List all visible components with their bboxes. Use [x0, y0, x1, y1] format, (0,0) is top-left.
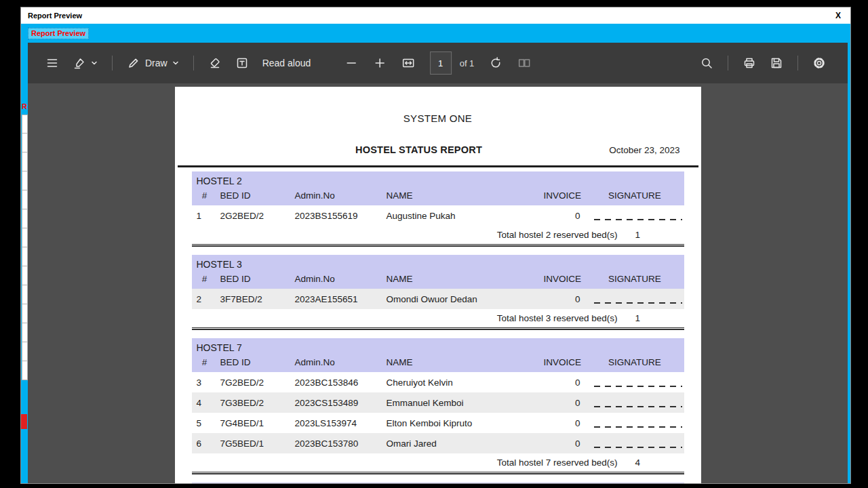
- report-group: HOSTEL 10#BED IDAdmin.NoNAMEINVOICESIGNA…: [192, 483, 684, 483]
- hostel-name-label: HOSTEL 3: [192, 255, 684, 270]
- cell-num: 4: [192, 398, 218, 408]
- toolbar-left-group: Draw Read aloud: [40, 52, 316, 75]
- add-text-button[interactable]: [230, 52, 254, 75]
- table-row: 57G4BED/12023LS153974Elton Kemboi Kiprut…: [192, 413, 684, 433]
- grid-cell: [22, 304, 28, 323]
- cell-bed: 7G4BED/1: [218, 418, 292, 428]
- erase-button[interactable]: [203, 52, 227, 75]
- table-of-contents-button[interactable]: [40, 52, 64, 75]
- printer-icon: [743, 56, 756, 70]
- report-preview-window: Report Preview X Report Preview R: [20, 7, 851, 484]
- background-form-sliver: R: [21, 43, 28, 483]
- cell-name: Elton Kemboi Kipruto: [384, 418, 544, 428]
- cell-admin: 2023CS153489: [292, 398, 384, 408]
- header-rule: [178, 165, 698, 167]
- report-date: October 23, 2023: [609, 145, 679, 155]
- eraser-icon: [208, 56, 222, 70]
- search-button[interactable]: [694, 52, 719, 75]
- form-tabbar: Report Preview: [21, 24, 850, 43]
- document-canvas[interactable]: SYSTEM ONE HOSTEL STATUS REPORT October …: [28, 83, 848, 483]
- signature-line: [594, 219, 682, 220]
- form-tab-report-preview[interactable]: Report Preview: [28, 28, 89, 39]
- group-total-row: Total hostel 7 reserved bed(s)4: [192, 458, 684, 468]
- background-red-fragment: [21, 414, 27, 429]
- grid-cell: [22, 171, 28, 190]
- table-row: 23F7BED/22023AE155651Omondi Owuor Dedan0: [192, 289, 684, 309]
- grid-cell: [22, 209, 28, 228]
- minus-icon: [344, 56, 358, 70]
- column-header: BED ID: [218, 354, 292, 371]
- column-header-row: #BED IDAdmin.NoNAMEINVOICESIGNATURE: [192, 270, 684, 289]
- cell-admin: 2023AE155651: [292, 294, 384, 304]
- table-row: 12G2BED/22023BS155619Augustine Pukah0: [192, 205, 684, 226]
- search-icon: [700, 56, 713, 70]
- highlight-button[interactable]: [67, 52, 103, 75]
- gear-icon: [812, 56, 826, 70]
- hostel-name-label: HOSTEL 2: [192, 171, 684, 187]
- window-titlebar[interactable]: Report Preview X: [21, 7, 850, 24]
- group-total-row: Total hostel 2 reserved bed(s)1: [192, 230, 684, 240]
- hostel-name-label: HOSTEL 10: [192, 483, 684, 483]
- cell-name: Augustine Pukah: [384, 211, 544, 221]
- grid-cell: [22, 152, 28, 171]
- settings-button[interactable]: [807, 52, 831, 75]
- cell-invoice: 0: [544, 439, 586, 449]
- zoom-out-button[interactable]: [339, 52, 363, 75]
- cell-name: Omari Jared: [384, 439, 544, 449]
- cell-admin: 2023BC153780: [292, 439, 384, 449]
- group-end-rule: [192, 472, 684, 474]
- cell-invoice: 0: [544, 398, 586, 408]
- table-of-contents-icon: [45, 56, 59, 70]
- toolbar-divider: [193, 56, 194, 70]
- pdf-toolbar: Draw Read aloud: [28, 43, 848, 83]
- print-button[interactable]: [737, 52, 762, 75]
- pen-icon: [127, 56, 140, 70]
- signature-line: [594, 386, 682, 387]
- cell-signature: [586, 289, 684, 309]
- report-group: HOSTEL 2#BED IDAdmin.NoNAMEINVOICESIGNAT…: [192, 171, 684, 247]
- fit-to-width-button[interactable]: [396, 52, 420, 75]
- read-aloud-button[interactable]: Read aloud: [257, 53, 317, 73]
- cell-bed: 2G2BED/2: [218, 211, 292, 221]
- cell-name: Cheruiyot Kelvin: [384, 378, 544, 388]
- cell-num: 2: [192, 294, 218, 304]
- background-grid-fragment: [22, 115, 28, 380]
- group-total-label: Total hostel 2 reserved bed(s): [192, 230, 618, 240]
- column-header: INVOICE: [544, 270, 586, 287]
- table-row: 37G2BED/22023BC153846Cheruiyot Kelvin0: [192, 372, 684, 392]
- zoom-in-button[interactable]: [368, 52, 392, 75]
- save-icon: [770, 56, 783, 70]
- signature-line: [594, 406, 682, 407]
- chevron-down-icon: [91, 60, 98, 66]
- cell-bed: 3F7BED/2: [218, 294, 292, 304]
- group-end-rule: [192, 244, 684, 247]
- cell-num: 6: [192, 439, 218, 449]
- cell-signature: [586, 392, 684, 413]
- group-total-value: 1: [618, 230, 684, 240]
- grid-cell: [22, 115, 28, 134]
- column-header: INVOICE: [544, 354, 586, 371]
- cell-bed: 7G3BED/2: [218, 398, 292, 408]
- grid-cell: [22, 342, 28, 361]
- cell-num: 1: [192, 211, 218, 221]
- group-end-rule: [192, 327, 684, 330]
- column-header-row: #BED IDAdmin.NoNAMEINVOICESIGNATURE: [192, 187, 684, 205]
- column-header: Admin.No: [292, 270, 384, 287]
- rotate-icon: [489, 56, 502, 70]
- column-header: BED ID: [218, 187, 292, 204]
- pdf-viewer: Draw Read aloud: [28, 43, 848, 483]
- rotate-button[interactable]: [484, 52, 508, 75]
- cell-bed: 7G5BED/1: [218, 439, 292, 449]
- cell-signature: [586, 413, 684, 433]
- column-header: #: [192, 354, 218, 371]
- cell-invoice: 0: [544, 418, 586, 428]
- window-title: Report Preview: [28, 12, 82, 20]
- save-button[interactable]: [764, 52, 789, 75]
- page-number-input[interactable]: [430, 52, 452, 75]
- draw-button[interactable]: Draw: [121, 52, 184, 75]
- screen: Report Preview X Report Preview R: [0, 0, 868, 488]
- cell-invoice: 0: [544, 378, 586, 388]
- close-button[interactable]: X: [833, 11, 844, 20]
- page-view-button[interactable]: [512, 52, 536, 75]
- hostel-name-label: HOSTEL 7: [192, 338, 684, 354]
